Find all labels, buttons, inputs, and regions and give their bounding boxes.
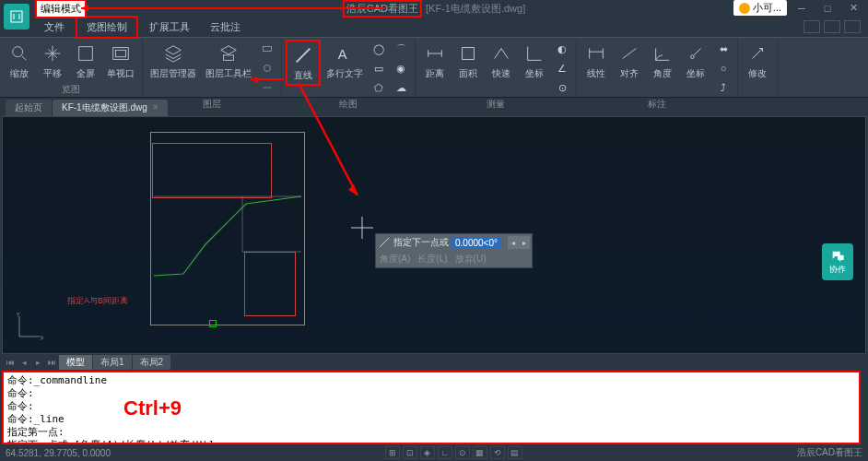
status-toggle-7[interactable]: ⟲ <box>490 446 505 459</box>
distance-icon <box>423 41 447 65</box>
status-toggle-3[interactable]: ◈ <box>420 446 435 459</box>
menu-cloud[interactable]: 云批注 <box>201 18 250 37</box>
layers-icon <box>161 41 185 65</box>
distance-button[interactable]: 距离 <box>419 40 451 82</box>
input-opt-length[interactable]: 长度(L) <box>417 253 447 266</box>
line-icon <box>291 43 315 67</box>
draw-sub1[interactable]: ◯ <box>369 40 389 58</box>
tab-close-icon[interactable]: × <box>153 102 158 112</box>
draw-sub4[interactable]: ⌒ <box>391 40 411 58</box>
angle-button[interactable]: 角度 <box>647 40 678 82</box>
grip-handle[interactable] <box>209 320 217 327</box>
draw-sub3[interactable]: ⬠ <box>369 78 389 97</box>
coord-button[interactable]: 坐标 <box>519 40 550 82</box>
user-icon <box>739 3 750 14</box>
modify-button[interactable]: 修改 <box>742 40 773 82</box>
svg-line-37 <box>380 238 389 247</box>
status-toggle-4[interactable]: ∟ <box>438 446 452 459</box>
doc-minimize[interactable] <box>803 20 820 33</box>
angle-icon <box>651 41 674 65</box>
viewport-icon <box>109 41 133 65</box>
chat-icon <box>829 249 846 264</box>
svg-rect-8 <box>263 47 271 52</box>
svg-text:X: X <box>40 334 43 340</box>
drawing-annotation: 指定A与B间距离 <box>67 295 128 307</box>
layer-sub3[interactable] <box>257 78 277 97</box>
doc-restore[interactable] <box>824 20 840 33</box>
user-badge[interactable]: 小可... <box>733 0 787 16</box>
menu-ext-tools[interactable]: 扩展工具 <box>140 18 199 37</box>
layout-first[interactable]: ⏮ <box>4 356 17 369</box>
minimize-button[interactable]: ─ <box>791 1 813 16</box>
align-button[interactable]: 对齐 <box>614 40 645 82</box>
svg-rect-15 <box>463 48 475 60</box>
annotate-sub3[interactable]: ⤴ <box>713 78 733 97</box>
draw-sub2[interactable]: ▭ <box>369 59 389 77</box>
measure-sub2[interactable]: ∠ <box>552 59 572 77</box>
annotate-sub2[interactable]: ○ <box>713 59 733 77</box>
layer-sub1[interactable] <box>257 40 277 58</box>
area-button[interactable]: 面积 <box>452 40 484 82</box>
status-toggle-8[interactable]: ▤ <box>508 446 522 459</box>
dynamic-input[interactable]: 指定下一点或 0.0000<0° ◂ ▸ 角度(A) 长度(L) 放弃(U) <box>375 233 533 268</box>
align-icon <box>617 41 641 65</box>
line-button[interactable]: 直线 <box>286 40 321 86</box>
command-window[interactable]: 命令:_commandline 命令: 命令: 命令:_line 指定第一点: … <box>2 371 861 444</box>
coord-icon <box>522 41 546 65</box>
group-view-label: 览图 <box>4 82 138 97</box>
group-annotate-label: 标注 <box>581 97 733 112</box>
annotate-sub1[interactable]: ⬌ <box>713 40 733 58</box>
collaborate-button[interactable]: 协作 <box>822 243 853 280</box>
input-value[interactable]: 0.0000<0° <box>452 237 501 249</box>
app-title: 浩辰CAD看图王 <box>343 0 422 18</box>
input-prompt: 指定下一点或 <box>393 236 449 249</box>
status-toggle-2[interactable]: ⊡ <box>403 446 417 459</box>
svg-rect-7 <box>224 55 234 61</box>
layout-last[interactable]: ⏭ <box>45 356 58 369</box>
layout-prev[interactable]: ◂ <box>18 356 30 369</box>
status-toggle-1[interactable]: ⊞ <box>385 446 400 459</box>
layout-1[interactable]: 布局1 <box>93 355 132 370</box>
maximize-button[interactable]: □ <box>816 1 839 16</box>
layer-toolbar-button[interactable]: 图层工具栏 <box>202 40 255 82</box>
doc-close[interactable] <box>844 20 861 33</box>
edit-mode-badge: 编辑模式 <box>35 0 87 18</box>
fullscreen-button[interactable]: 全屏 <box>70 40 101 82</box>
status-toggle-6[interactable]: ▦ <box>473 446 487 459</box>
measure-sub3[interactable]: ⊙ <box>552 78 572 97</box>
close-button[interactable]: ✕ <box>842 1 864 16</box>
group-measure-label: 测量 <box>419 97 572 112</box>
coord2-icon <box>684 41 708 65</box>
coord2-button[interactable]: 坐标 <box>680 40 711 82</box>
viewport-button[interactable]: 单视口 <box>103 40 138 82</box>
text-icon: A <box>333 41 357 65</box>
app-logo[interactable] <box>4 4 29 30</box>
layer-manager-button[interactable]: 图层管理器 <box>147 40 200 82</box>
zoom-button[interactable]: 缩放 <box>4 40 35 82</box>
linear-button[interactable]: 线性 <box>581 40 612 82</box>
measure-sub1[interactable]: ◐ <box>552 40 572 58</box>
group-draw-label: 绘图 <box>286 97 411 112</box>
layout-2[interactable]: 布局2 <box>133 355 171 370</box>
menu-file[interactable]: 文件 <box>35 18 74 37</box>
drawing-canvas[interactable]: 指定A与B间距离 YX 指定下一点或 0.0000<0° ◂ ▸ 角度(A) 长… <box>2 116 866 354</box>
input-next[interactable]: ▸ <box>519 236 530 249</box>
draw-sub6[interactable]: ☁ <box>391 78 411 97</box>
layout-next[interactable]: ▸ <box>31 356 44 369</box>
menu-view-draw[interactable]: 览图绘制 <box>76 16 138 39</box>
tab-file[interactable]: KF-1电缆敷设图.dwg× <box>53 100 168 116</box>
draw-sub5[interactable]: ◉ <box>391 59 411 77</box>
pan-button[interactable]: 平移 <box>37 40 68 82</box>
quick-button[interactable]: 快速 <box>486 40 517 82</box>
svg-point-22 <box>691 55 695 59</box>
input-opt-undo[interactable]: 放弃(U) <box>455 253 487 266</box>
tab-start[interactable]: 起始页 <box>6 100 52 116</box>
status-toggle-5[interactable]: ⊙ <box>455 446 470 459</box>
layer-sub2[interactable] <box>257 59 277 77</box>
mtext-button[interactable]: A多行文字 <box>323 40 367 82</box>
input-prev[interactable]: ◂ <box>508 236 519 249</box>
crosshair <box>351 217 373 241</box>
title-file: [KF-1电缆敷设图.dwg] <box>426 2 525 16</box>
input-opt-angle[interactable]: 角度(A) <box>380 253 410 266</box>
layout-model[interactable]: 模型 <box>59 355 92 370</box>
